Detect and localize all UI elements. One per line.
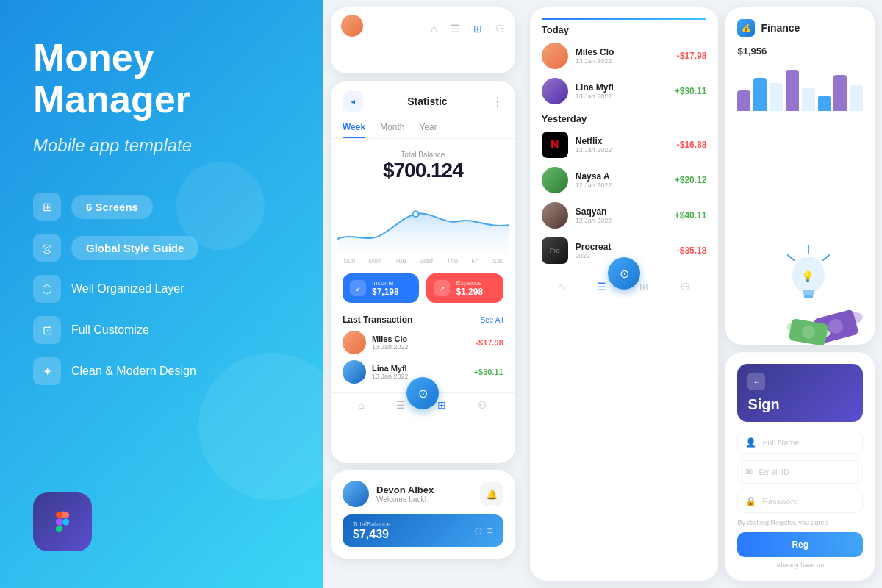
nav2-chart-icon[interactable]: ⊞: [437, 399, 446, 411]
ts-today-1: Miles Clo 13 Jan 2022 -$17.98: [542, 43, 707, 69]
ts-avatar-saqyan: [542, 202, 568, 229]
more-icon[interactable]: ⋮: [492, 95, 503, 109]
t-name-1: Miles Clo: [372, 334, 470, 343]
expense-arrow: ↗: [434, 280, 450, 296]
mini-card-icon-2: ≡: [487, 525, 493, 537]
scroll-progress: [542, 18, 707, 20]
login-text: Already have an: [737, 562, 863, 569]
nav-person-icon[interactable]: ⚇: [495, 23, 505, 35]
t-amount-2: +$30.11: [474, 368, 503, 376]
transactions-screen: Today Miles Clo 13 Jan 2022 -$17.98 Lina…: [530, 7, 719, 581]
user-info: Devon Albex Welcome back!: [343, 481, 434, 507]
password-field[interactable]: 🔒 Password: [737, 490, 863, 513]
bar-4: [786, 70, 799, 111]
bar-6: [818, 96, 831, 111]
signup-title-big: Sign: [747, 396, 853, 413]
finance-title: Finance: [761, 22, 800, 34]
date-fri: Fri: [471, 257, 479, 265]
ts-nav-home[interactable]: ⌂: [558, 281, 564, 293]
ts-date-naysa: 12 Jan 2022: [576, 182, 667, 189]
nav-chart-icon[interactable]: ⊞: [473, 23, 482, 35]
ts-camera-btn[interactable]: ⊙: [608, 257, 640, 290]
feature-icon-layer: ⬡: [33, 275, 61, 303]
hero-subtitle: Mobile app template: [33, 135, 290, 156]
fullname-placeholder: Full Name: [762, 438, 799, 447]
feature-icon-design: ✦: [33, 357, 61, 385]
left-panel: Money Manager Mobile app template ⊞ 6 Sc…: [0, 0, 323, 588]
ts-yesterday-netflix: N Netflix 12 Jan 2022 -$16.88: [542, 132, 707, 158]
bar-3: [770, 83, 783, 112]
expense-info: Expence $1,298: [456, 279, 483, 297]
date-thu: Thu: [446, 257, 458, 265]
email-placeholder: Email ID: [759, 467, 789, 476]
finance-illustration: 💡: [764, 234, 875, 345]
password-placeholder: Password: [762, 497, 797, 506]
feature-label-layer: Well Organized Layer: [71, 282, 184, 295]
camera-center-btn[interactable]: ⊙: [406, 377, 439, 409]
ts-name-lina: Lina Myfl: [576, 82, 667, 93]
feature-item-3: ⬡ Well Organized Layer: [33, 275, 290, 303]
right-column: 💰 Finance $1,956: [725, 0, 882, 588]
mini-card-icon-1: ⊙: [474, 525, 483, 537]
nav-doc-icon[interactable]: ☰: [451, 23, 460, 35]
ts-yesterday-naysa: Naysa A 12 Jan 2022 +$20.12: [542, 167, 707, 193]
screen2-header: ◂ Statistic ⋮: [331, 81, 515, 118]
date-sat: Sat: [492, 257, 503, 265]
tab-week[interactable]: Week: [343, 118, 365, 138]
nav2-doc-icon[interactable]: ☰: [396, 399, 406, 411]
transaction-item-1: Miles Clo 13 Jan 2022 -$17.98: [343, 331, 503, 354]
register-button[interactable]: Reg: [737, 532, 863, 557]
feature-tag-style: Global Style Guide: [71, 236, 198, 260]
ts-nav-doc[interactable]: ☰: [597, 281, 606, 293]
t-date-1: 13 Jan 2022: [372, 343, 470, 351]
email-icon: ✉: [745, 467, 753, 477]
ts-amount-naysa: +$20.12: [675, 175, 707, 185]
fullname-field[interactable]: 👤 Full Name: [737, 431, 863, 454]
ts-amount-saqyan: +$40.11: [675, 210, 707, 220]
feature-icon-screens: ⊞: [33, 193, 61, 220]
tab-month[interactable]: Month: [380, 118, 404, 138]
back-button[interactable]: ◂: [343, 91, 363, 112]
user-subtitle: Welcome back!: [376, 495, 434, 503]
devon-card: Devon Albex Welcome back! 🔔 TotalBalance…: [331, 470, 515, 559]
nav-home-icon[interactable]: ⌂: [431, 23, 437, 35]
finance-chart: [737, 60, 863, 118]
signup-card: ← Sign 👤 Full Name ✉ Email ID 🔒 Password…: [725, 352, 875, 581]
password-icon: 🔒: [745, 496, 756, 506]
ts-date-miles: 13 Jan 2022: [576, 57, 670, 65]
ts-info-lina: Lina Myfl 13 Jan 2022: [576, 82, 667, 100]
bell-icon[interactable]: 🔔: [480, 482, 503, 506]
ts-date-lina: 13 Jan 2022: [576, 93, 667, 100]
nav2-home-icon[interactable]: ⌂: [359, 399, 365, 411]
feature-tag-screens: 6 Screens: [71, 195, 153, 219]
bar-2: [753, 78, 767, 112]
ts-nav-chart[interactable]: ⊞: [639, 281, 648, 293]
user-text: Devon Albex Welcome back!: [376, 484, 434, 503]
income-amount: $7,198: [372, 287, 399, 297]
nav2-person-icon[interactable]: ⚇: [478, 399, 487, 411]
signup-back-btn[interactable]: ←: [747, 373, 765, 390]
ts-name-saqyan: Saqyan: [576, 207, 667, 217]
screen3-header: Devon Albex Welcome back! 🔔: [343, 481, 503, 507]
t-avatar-2: [343, 360, 366, 384]
lt-title: Last Transaction: [343, 315, 412, 325]
screen1-header: ⌂ ☰ ⊞ ⚇: [341, 15, 505, 37]
mini-balance-info: TotalBalance $7,439: [353, 520, 391, 541]
statistic-card: ◂ Statistic ⋮ Week Month Year Total Bala…: [331, 81, 515, 463]
tab-year[interactable]: Year: [420, 118, 437, 138]
bar-7: [833, 75, 847, 111]
ts-yesterday-saqyan: Saqyan 12 Jan 2022 +$40.11: [542, 202, 707, 229]
email-field[interactable]: ✉ Email ID: [737, 460, 863, 484]
income-info: Income $7,198: [372, 279, 399, 297]
svg-line-12: [788, 255, 794, 260]
screen2-bottom-nav: ⌂ ☰ ⊙ ⊞ ⚇: [331, 392, 515, 417]
ts-nav-person[interactable]: ⚇: [681, 281, 690, 293]
ts-name-miles: Miles Clo: [576, 47, 670, 57]
see-all-link[interactable]: See All: [481, 316, 503, 324]
balance-label: Total Balance: [343, 151, 503, 159]
feature-icon-customize: ⊡: [33, 316, 61, 344]
chart-area: [337, 188, 509, 254]
balance-amount: $700.124: [343, 159, 503, 182]
user-name: Devon Albex: [376, 484, 434, 495]
feature-label-customize: Full Customize: [71, 323, 149, 337]
